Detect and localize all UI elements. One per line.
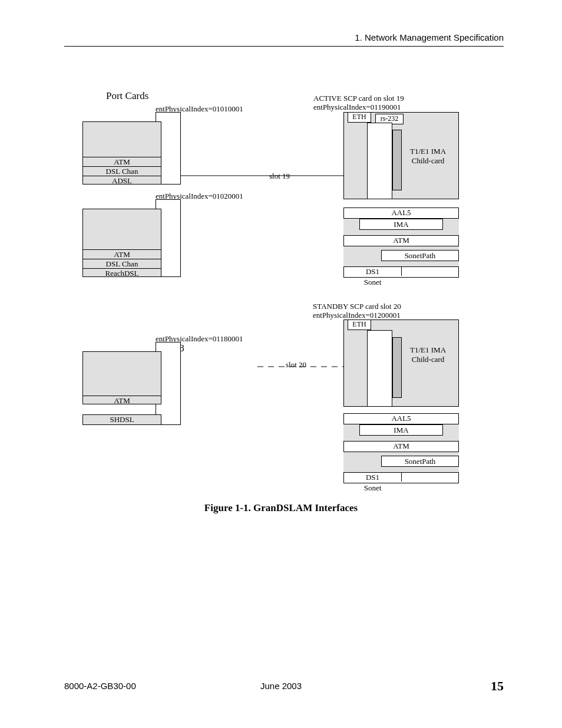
slot18-front-atm: ATM xyxy=(82,351,161,404)
active-ima: IMA xyxy=(359,219,443,230)
active-title: ACTIVE SCP card on slot 19 xyxy=(313,94,404,103)
active-child: T1/E1 IMA Child-card xyxy=(410,147,446,166)
header-rule xyxy=(64,46,504,47)
standby-eth: ETH xyxy=(348,319,371,330)
active-slot xyxy=(367,123,392,199)
slot1-front-card: ATM DSL Chan ADSL xyxy=(82,121,161,185)
footer-page: 15 xyxy=(491,678,504,694)
port-cards-label: Port Cards xyxy=(106,90,148,102)
standby-strip xyxy=(392,337,402,398)
active-atm: ATM xyxy=(344,236,458,245)
standby-sonetpath: SonetPath xyxy=(381,456,459,467)
active-eth: ETH xyxy=(348,112,371,123)
slot18-row-atm: ATM xyxy=(83,396,161,405)
slot1-row-atm: ATM xyxy=(83,157,161,166)
slot2-row-atm: ATM xyxy=(83,249,161,259)
active-idx: entPhysicalIndex=01190001 xyxy=(313,103,401,112)
standby-title: STANDBY SCP card slot 20 xyxy=(313,302,401,311)
active-strip xyxy=(392,130,402,190)
mid-slot19: slot 19 xyxy=(269,172,290,181)
active-ds1: DS1 xyxy=(344,267,402,276)
active-stack: AAL5 IMA ATM SonetPath DS1Sonet xyxy=(343,207,459,278)
slot2-front-card: ATM DSL Chan ReachDSL xyxy=(82,209,161,277)
active-aal5: AAL5 xyxy=(344,208,458,217)
slot18-row-shdsl: SHDSL xyxy=(83,415,161,424)
figure-caption: Figure 1-1. GranDSLAM Interfaces xyxy=(0,502,562,514)
standby-idx: entPhysicalIndex=01200001 xyxy=(313,311,401,320)
standby-slot xyxy=(367,330,392,407)
slot18-front-shdsl: SHDSL xyxy=(82,414,161,425)
connector-slot20-line xyxy=(181,364,343,370)
mid-slot20: slot 20 xyxy=(286,360,306,370)
connector-slot19-line xyxy=(181,173,343,179)
slot2-row-reach: ReachDSL xyxy=(83,268,161,278)
standby-ds1: DS1 xyxy=(344,473,402,482)
standby-stack: AAL5 IMA ATM SonetPath DS1Sonet xyxy=(343,413,459,483)
slot1-row-adsl: ADSL xyxy=(83,176,161,185)
standby-sonet: Sonet xyxy=(344,483,401,492)
footer-date: June 2003 xyxy=(0,681,562,691)
header-chapter: 1. Network Management Specification xyxy=(355,32,504,42)
active-sonet: Sonet xyxy=(344,278,401,286)
standby-aal5: AAL5 xyxy=(344,414,458,423)
standby-ima: IMA xyxy=(359,424,443,436)
slot1-row-dsl: DSL Chan xyxy=(83,166,161,176)
standby-child: T1/E1 IMA Child-card xyxy=(410,345,446,364)
standby-atm: ATM xyxy=(344,442,458,450)
page: 1. Network Management Specification Port… xyxy=(0,0,562,728)
slot2-row-dsl: DSL Chan xyxy=(83,259,161,268)
active-sonetpath: SonetPath xyxy=(381,250,459,261)
